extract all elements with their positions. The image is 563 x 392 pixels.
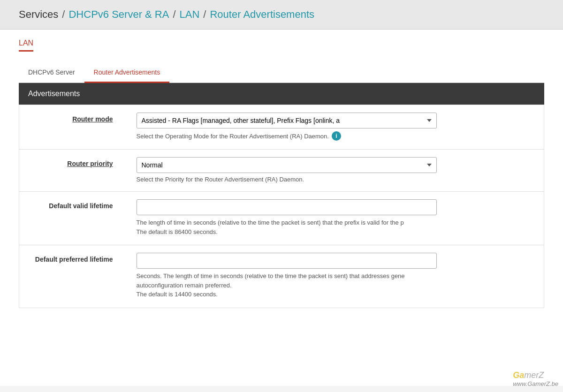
default-preferred-lifetime-help: Seconds. The length of time in seconds (… — [137, 271, 535, 299]
router-priority-select[interactable]: LowNormalHigh — [137, 157, 437, 173]
breadcrumb-sep1: / — [62, 8, 65, 21]
breadcrumb-dhcpv6[interactable]: DHCPv6 Server & RA — [68, 8, 169, 21]
router-mode-link[interactable]: Router mode — [72, 115, 113, 123]
router-priority-label: Router priority — [19, 150, 127, 192]
router-priority-row: Router priority LowNormalHigh Select the… — [19, 150, 544, 192]
router-mode-help: Select the Operating Mode for the Router… — [137, 131, 535, 141]
router-mode-help-text: Select the Operating Mode for the Router… — [137, 133, 329, 140]
form-table: Router mode Assisted - RA Flags [managed… — [19, 105, 544, 308]
default-preferred-lifetime-row: Default preferred lifetime Seconds. The … — [19, 245, 544, 308]
tab-dhcpv6-server[interactable]: DHCPv6 Server — [19, 63, 84, 83]
router-priority-field: LowNormalHigh Select the Priority for th… — [127, 150, 544, 192]
router-priority-help: Select the Priority for the Router Adver… — [137, 176, 535, 183]
default-valid-lifetime-label: Default valid lifetime — [19, 192, 127, 245]
breadcrumb-sep3: / — [203, 8, 206, 21]
advertisements-header: Advertisements — [19, 83, 544, 105]
router-priority-link[interactable]: Router priority — [67, 160, 113, 167]
router-mode-select[interactable]: Assisted - RA Flags [managed, other stat… — [137, 113, 437, 128]
page-tab-section: LAN — [19, 39, 544, 52]
sub-tabs: DHCPv6 Server Router Advertisements — [19, 63, 544, 83]
default-preferred-lifetime-help1: Seconds. The length of time in seconds (… — [137, 272, 405, 279]
router-mode-info-icon[interactable]: i — [332, 131, 341, 141]
router-priority-help-text: Select the Priority for the Router Adver… — [137, 176, 304, 183]
default-preferred-lifetime-help3: The default is 14400 seconds. — [137, 291, 218, 298]
default-preferred-lifetime-field: Seconds. The length of time in seconds (… — [127, 245, 544, 308]
default-valid-lifetime-help2: The default is 86400 seconds. — [137, 228, 218, 235]
breadcrumb-lan[interactable]: LAN — [180, 8, 200, 21]
default-valid-lifetime-help: The length of time in seconds (relative … — [137, 218, 535, 236]
router-mode-label: Router mode — [19, 105, 127, 150]
breadcrumb: Services / DHCPv6 Server & RA / LAN / Ro… — [0, 0, 563, 30]
default-valid-lifetime-help1: The length of time in seconds (relative … — [137, 219, 404, 226]
breadcrumb-sep2: / — [173, 8, 175, 21]
default-preferred-lifetime-help2: autoconfiguration remain preferred. — [137, 282, 232, 289]
breadcrumb-ra[interactable]: Router Advertisements — [210, 8, 314, 21]
lan-tab[interactable]: LAN — [19, 39, 33, 52]
default-valid-lifetime-input[interactable] — [137, 199, 437, 215]
watermark: GamerZ www.GamerZ.be — [513, 370, 558, 386]
router-mode-field: Assisted - RA Flags [managed, other stat… — [127, 105, 544, 150]
default-preferred-lifetime-label: Default preferred lifetime — [19, 245, 127, 308]
main-content: LAN DHCPv6 Server Router Advertisements … — [0, 30, 563, 386]
default-valid-lifetime-row: Default valid lifetime The length of tim… — [19, 192, 544, 245]
router-mode-row: Router mode Assisted - RA Flags [managed… — [19, 105, 544, 150]
default-preferred-lifetime-input[interactable] — [137, 253, 437, 269]
tab-router-advertisements[interactable]: Router Advertisements — [84, 63, 170, 83]
breadcrumb-services: Services — [19, 8, 58, 21]
default-valid-lifetime-field: The length of time in seconds (relative … — [127, 192, 544, 245]
